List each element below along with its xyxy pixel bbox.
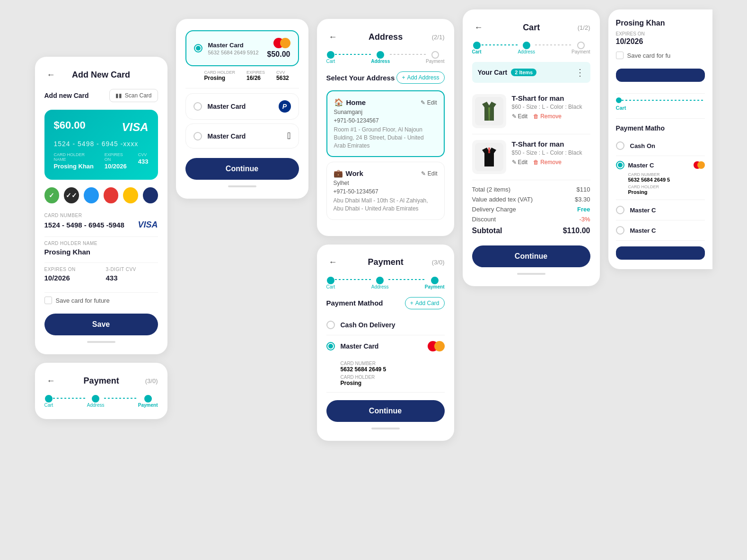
continue-button-payment[interactable]: Continue <box>326 400 445 422</box>
continue-button-col2[interactable]: Continue <box>185 158 299 180</box>
save-checkbox[interactable] <box>44 297 52 304</box>
cash-option-right[interactable]: Cash On <box>616 136 705 156</box>
expires-field: EXPIRES ON 10/2026 <box>44 267 97 282</box>
cart-item-2: T-Shart for man $50 - Size : L - Color :… <box>472 134 590 180</box>
panel-header: ← Add New Card <box>44 68 158 81</box>
color-yellow[interactable] <box>123 187 138 203</box>
payment-method-label: Payment Mathod <box>326 299 383 307</box>
tshirt-svg-1 <box>475 97 503 125</box>
cvv-value: 433 <box>106 274 158 282</box>
stepper: Cart Address Payment <box>44 395 158 408</box>
expires-label-right: EXPIRES ON <box>616 31 705 36</box>
svg-marker-5 <box>488 148 490 153</box>
address-page: (2/1) <box>432 34 445 41</box>
home-icon: 🏠 <box>334 98 343 107</box>
scroll-indicator-col4 <box>517 273 545 275</box>
select-addr-title: Select Your Address <box>326 74 395 82</box>
right-partial-panel: Prosing Khan EXPIRES ON 10/2026 Save car… <box>608 9 712 269</box>
add-card-button-payment[interactable]: + Add Card <box>405 297 445 309</box>
mc-option-2-right[interactable]: Master C <box>616 200 705 220</box>
home-phone: +971-50-1234567 <box>334 117 437 124</box>
expires-value: 10/2026 <box>44 274 97 282</box>
cart-more-button[interactable]: ⋮ <box>575 67 585 78</box>
work-phone: +971-50-1234567 <box>334 188 438 195</box>
edit-item-2[interactable]: ✎ Edit <box>512 159 528 166</box>
your-cart-header: Your Cart 2 Items ⋮ <box>472 62 590 83</box>
card-holder-field: CARD HOLDER NAME Prosing Khan <box>44 241 158 256</box>
cart-stepper: Cart Address Payment <box>472 42 590 54</box>
remove-item-2[interactable]: 🗑 Remove <box>533 159 562 166</box>
payment-header: ← Payment (3/0) <box>44 374 158 387</box>
total-row: Total (2 items) $110 <box>472 186 590 193</box>
card-item-selected[interactable]: Master Card 5632 5684 2649 5912 $50.00 <box>185 30 299 66</box>
save-card-checkbox[interactable] <box>616 52 624 59</box>
back-button[interactable]: ← <box>44 68 58 81</box>
color-blue[interactable] <box>84 187 99 203</box>
back-btn-cart[interactable]: ← <box>472 21 485 34</box>
cart-panel: ← Cart (1/2) Cart Address Payment <box>463 9 600 286</box>
edit-home[interactable]: ✎ Edit <box>421 99 437 106</box>
card-item-apple[interactable]: Master Card  <box>185 123 299 149</box>
color-selector: ✓ <box>44 187 158 203</box>
item-name-1: T-Shart for man <box>512 94 590 102</box>
back-btn-address[interactable]: ← <box>326 30 340 44</box>
column-2: Master Card 5632 5684 2649 5912 $50.00 C… <box>176 19 308 199</box>
address-panel-header: ← Address (2/1) <box>326 30 445 44</box>
mini-stepper <box>616 97 705 103</box>
cash-option[interactable]: Cash On Delivery <box>326 315 445 335</box>
mc-option-3-right[interactable]: Master C <box>616 220 705 241</box>
save-card-label: Save card for fu <box>627 52 671 59</box>
add-address-button[interactable]: + Add Address <box>396 71 444 84</box>
cart-page: (1/2) <box>578 24 590 31</box>
address-work[interactable]: 💼 Work ✎ Edit Sylhet +971-50-1234567 Abu… <box>326 162 445 220</box>
mc-holder-right: Prosing <box>616 189 705 195</box>
color-red[interactable] <box>104 187 119 203</box>
cart-item-img-2 <box>472 140 506 174</box>
bottom-btn-right[interactable] <box>616 246 705 260</box>
radio-mc2-right <box>616 206 624 214</box>
mc-logo-right <box>694 161 705 169</box>
visa-logo-small: VISA <box>138 220 158 230</box>
payment-method-page: (3/0) <box>432 259 445 266</box>
edit-item-1[interactable]: ✎ Edit <box>512 113 528 120</box>
color-navy[interactable] <box>143 187 158 203</box>
card-cvv-detail: CVV 433 <box>138 152 149 170</box>
mastercard-option[interactable]: Master Card Card Number 5632 5684 2649 5… <box>326 335 445 393</box>
save-button[interactable]: Save <box>44 314 158 335</box>
color-green[interactable] <box>44 187 60 203</box>
payment-title: Payment <box>58 376 145 386</box>
cart-header: ← Cart (1/2) <box>472 21 590 34</box>
credit-card-visual: $60.00 VISA 1524 - 5498 - 6945 -xxxx CAR… <box>44 110 158 180</box>
home-address: Room #1 - Ground Floor, Al Najoun Buldin… <box>334 126 437 149</box>
card-selection-panel: Master Card 5632 5684 2649 5912 $50.00 C… <box>176 19 308 199</box>
mc3-label-right: Master C <box>630 227 656 234</box>
card-item-paypal[interactable]: Master Card P <box>185 93 299 120</box>
card-name-paypal: Master Card <box>208 103 246 110</box>
scan-card-button[interactable]: ▮▮ Scan Card <box>109 89 158 102</box>
back-btn-payment-method[interactable]: ← <box>326 256 340 269</box>
scroll-indicator-col3 <box>371 428 400 429</box>
continue-btn-cart[interactable]: Continue <box>472 245 590 267</box>
mastercard-selected-right[interactable]: Master C Card Number 5632 5684 2649 5 Ca… <box>616 156 705 200</box>
back-button-payment[interactable]: ← <box>44 374 58 387</box>
item-desc-1: $60 - Size : L - Color : Black <box>512 104 590 110</box>
card-number-1: 5632 5684 2649 5912 <box>208 50 259 55</box>
payment-card-number: 5632 5684 2649 5 <box>341 366 387 373</box>
edit-work[interactable]: ✎ Edit <box>421 170 437 177</box>
add-new-card-panel: ← Add New Card Add new Card ▮▮ Scan Card… <box>35 57 167 354</box>
remove-item-1[interactable]: 🗑 Remove <box>533 113 562 120</box>
card-holder-detail: CARD HOLDER NAME Prosing Khan <box>54 152 95 170</box>
address-title: Address <box>340 32 432 42</box>
add-card-label: Add new Card <box>44 92 89 99</box>
payment-stepper: Cart Address Payment <box>326 277 445 289</box>
color-black[interactable]: ✓ <box>64 187 79 203</box>
column-3: ← Address (2/1) Cart Address Payment Sel… <box>317 19 454 441</box>
cash-label: Cash On Delivery <box>341 321 395 329</box>
cvv-field: 3-DIGIT CVV 433 <box>106 267 158 282</box>
cart-item-1: T-Shart for man $60 - Size : L - Color :… <box>472 88 590 134</box>
payment-panel-bottom: ← Payment (3/0) Cart Address Payment <box>35 363 167 419</box>
address-home[interactable]: 🏠 Home ✎ Edit Sunamganj +971-50-1234567 … <box>326 90 445 157</box>
column-1: ← Add New Card Add new Card ▮▮ Scan Card… <box>35 57 167 419</box>
continue-btn-right[interactable] <box>616 69 705 82</box>
save-card-row: Save card for fu <box>616 52 705 59</box>
